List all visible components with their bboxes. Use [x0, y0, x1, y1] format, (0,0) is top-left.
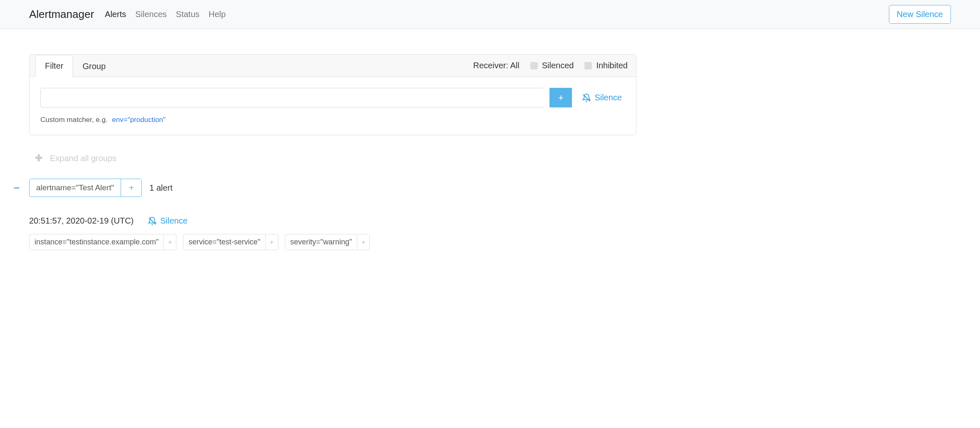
silence-button[interactable]: Silence	[579, 88, 625, 107]
nav-help[interactable]: Help	[209, 10, 226, 19]
main-container: Filter Group Receiver: All Silenced Inhi…	[0, 29, 666, 275]
alert-group-row: − alertname="Test Alert" + 1 alert	[10, 179, 636, 197]
card-body: + Silence Custom matcher, e.g. env="prod…	[30, 77, 636, 135]
silenced-label: Silenced	[542, 61, 574, 70]
label-pill-service: service="test-service" +	[183, 234, 278, 250]
nav-alerts[interactable]: Alerts	[105, 10, 126, 19]
silenced-checkbox[interactable]	[530, 62, 538, 70]
inhibited-toggle[interactable]: Inhibited	[584, 61, 628, 70]
navbar-left: Alertmanager Alerts Silences Status Help	[29, 8, 226, 21]
group-add-matcher-button[interactable]: +	[121, 179, 141, 197]
silence-label: Silence	[594, 93, 622, 102]
plus-icon: +	[558, 92, 564, 103]
filter-options: Receiver: All Silenced Inhibited	[473, 57, 628, 75]
matcher-input-row: + Silence	[40, 88, 625, 107]
collapse-icon[interactable]: −	[10, 182, 23, 194]
brand-title: Alertmanager	[29, 8, 94, 21]
bell-off-icon	[582, 93, 591, 102]
matcher-input[interactable]	[40, 88, 543, 107]
nav-silences[interactable]: Silences	[135, 10, 167, 19]
label-pill-instance: instance="testinstance.example.com" +	[29, 234, 176, 250]
silenced-toggle[interactable]: Silenced	[530, 61, 574, 70]
label-add-button[interactable]: +	[163, 234, 176, 250]
alert-timestamp: 20:51:57, 2020-02-19 (UTC)	[29, 216, 134, 226]
alert-silence-button[interactable]: Silence	[144, 216, 191, 226]
inhibited-label: Inhibited	[596, 61, 628, 70]
group-label-pill: alertname="Test Alert" +	[29, 179, 142, 197]
bell-off-icon	[148, 216, 157, 226]
alert-meta-row: 20:51:57, 2020-02-19 (UTC) Silence	[29, 216, 636, 226]
matcher-hint: Custom matcher, e.g. env="production"	[40, 116, 625, 124]
plus-icon: ✚	[35, 153, 42, 164]
tab-filter[interactable]: Filter	[35, 55, 73, 77]
expand-all-label: Expand all groups	[50, 154, 116, 163]
alert-labels-row: instance="testinstance.example.com" + se…	[29, 234, 636, 250]
label-text[interactable]: service="test-service"	[183, 234, 265, 250]
expand-all-row[interactable]: ✚ Expand all groups	[29, 150, 636, 179]
alert-silence-label: Silence	[160, 216, 188, 226]
navbar: Alertmanager Alerts Silences Status Help…	[0, 0, 980, 29]
tabs: Filter Group	[35, 55, 115, 77]
nav-links: Alerts Silences Status Help	[105, 10, 226, 19]
inhibited-checkbox[interactable]	[584, 62, 592, 70]
alert-count: 1 alert	[149, 183, 173, 193]
filter-card: Filter Group Receiver: All Silenced Inhi…	[29, 54, 636, 135]
tabs-row: Filter Group Receiver: All Silenced Inhi…	[30, 55, 636, 77]
hint-code[interactable]: env="production"	[112, 116, 166, 124]
receiver-label[interactable]: Receiver: All	[473, 61, 520, 70]
tab-group[interactable]: Group	[73, 55, 115, 77]
new-silence-button[interactable]: New Silence	[889, 5, 951, 24]
label-add-button[interactable]: +	[357, 234, 369, 250]
label-text[interactable]: severity="warning"	[285, 234, 357, 250]
label-add-button[interactable]: +	[265, 234, 278, 250]
group-label-text[interactable]: alertname="Test Alert"	[30, 179, 121, 197]
nav-status[interactable]: Status	[176, 10, 200, 19]
label-pill-severity: severity="warning" +	[285, 234, 370, 250]
hint-prefix: Custom matcher, e.g.	[40, 116, 108, 124]
add-matcher-button[interactable]: +	[549, 88, 572, 107]
label-text[interactable]: instance="testinstance.example.com"	[30, 234, 163, 250]
